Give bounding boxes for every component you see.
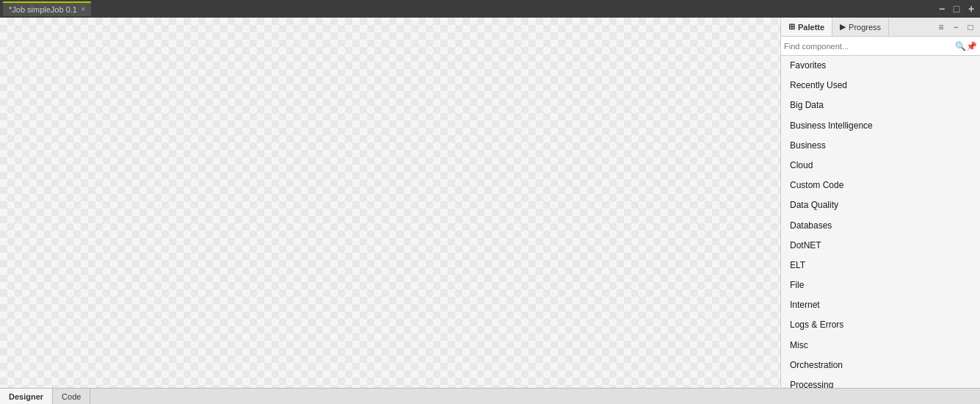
search-icon: 🔍 bbox=[955, 41, 966, 51]
canvas-grid bbox=[0, 18, 780, 388]
component-item-file[interactable]: File bbox=[781, 275, 980, 295]
maximize-button[interactable]: + bbox=[965, 3, 977, 15]
component-item-logs-errors[interactable]: Logs & Errors bbox=[781, 315, 980, 335]
progress-icon: ▶ bbox=[840, 22, 846, 32]
component-item-databases[interactable]: Databases bbox=[781, 216, 980, 236]
component-item-misc[interactable]: Misc bbox=[781, 336, 980, 356]
search-bar: 🔍 📌 bbox=[781, 37, 980, 56]
component-item-big-data[interactable]: Big Data bbox=[781, 95, 980, 115]
panel-actions: ≡ − □ bbox=[932, 18, 980, 36]
component-item-favorites[interactable]: Favorites bbox=[781, 56, 980, 76]
bottom-tab-code[interactable]: Code bbox=[53, 389, 90, 404]
bottom-tab-bar: Designer Code bbox=[0, 388, 980, 404]
component-item-elt[interactable]: ELT bbox=[781, 256, 980, 275]
component-item-cloud[interactable]: Cloud bbox=[781, 156, 980, 176]
component-item-business-intelligence[interactable]: Business Intelligence bbox=[781, 116, 980, 136]
search-input[interactable] bbox=[784, 42, 955, 51]
panel-tab-bar: ⊞ Palette ▶ Progress ≡ − □ bbox=[781, 18, 980, 37]
restore-button[interactable]: □ bbox=[951, 3, 962, 15]
component-item-recently-used[interactable]: Recently Used bbox=[781, 76, 980, 95]
progress-tab-label: Progress bbox=[849, 23, 881, 32]
component-item-custom-code[interactable]: Custom Code bbox=[781, 176, 980, 195]
tab-title: *Job simpleJob 0.1 bbox=[9, 5, 78, 14]
component-item-business[interactable]: Business bbox=[781, 136, 980, 156]
component-item-data-quality[interactable]: Data Quality bbox=[781, 195, 980, 215]
panel-restore-button[interactable]: □ bbox=[964, 21, 977, 34]
filter-button[interactable]: ≡ bbox=[934, 21, 948, 34]
tab-palette[interactable]: ⊞ Palette bbox=[781, 18, 832, 36]
component-list: FavoritesRecently UsedBig DataBusiness I… bbox=[781, 56, 980, 388]
right-panel: ⊞ Palette ▶ Progress ≡ − □ 🔍 📌 Favorites… bbox=[780, 18, 980, 388]
pin-button[interactable]: 📌 bbox=[966, 41, 977, 51]
component-item-processing[interactable]: Processing bbox=[781, 375, 980, 388]
code-tab-label: Code bbox=[62, 392, 81, 401]
tab-progress[interactable]: ▶ Progress bbox=[832, 18, 889, 36]
palette-icon: ⊞ bbox=[788, 22, 795, 32]
tab-close-button[interactable]: × bbox=[81, 6, 85, 13]
title-bar: *Job simpleJob 0.1 × − □ + bbox=[0, 0, 980, 18]
editor-tab[interactable]: *Job simpleJob 0.1 × bbox=[3, 1, 91, 16]
palette-tab-label: Palette bbox=[798, 23, 824, 32]
main-area: ⊞ Palette ▶ Progress ≡ − □ 🔍 📌 Favorites… bbox=[0, 18, 980, 388]
panel-minimize-button[interactable]: − bbox=[949, 21, 962, 34]
component-item-orchestration[interactable]: Orchestration bbox=[781, 356, 980, 375]
component-item-dotnet[interactable]: DotNET bbox=[781, 236, 980, 256]
window-controls: − □ + bbox=[936, 3, 977, 15]
designer-tab-label: Designer bbox=[9, 392, 43, 401]
component-item-internet[interactable]: Internet bbox=[781, 295, 980, 315]
bottom-tab-designer[interactable]: Designer bbox=[0, 389, 53, 404]
minimize-button[interactable]: − bbox=[936, 3, 948, 15]
canvas-area[interactable] bbox=[0, 18, 780, 388]
